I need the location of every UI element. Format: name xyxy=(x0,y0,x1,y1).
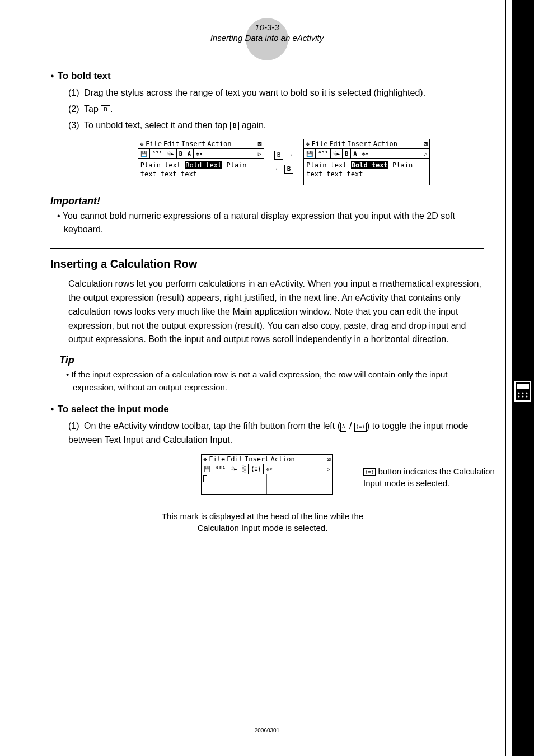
footer-date: 20060301 xyxy=(0,727,534,734)
menu-insert-3: Insert xyxy=(245,455,269,463)
tb-hand-icon-3: ☟► xyxy=(228,464,240,474)
screen-body-1: Plain text Bold text Plain text text tex… xyxy=(138,159,264,184)
annotation-right-text: ⟨≡⟩ button indicates the Calculation Inp… xyxy=(363,465,514,489)
calc-row-para: Calculation rows let you perform calcula… xyxy=(68,277,484,347)
step-3-text: To unbold text, select it and then tap xyxy=(84,120,230,130)
step-3-suffix: again. xyxy=(239,120,266,130)
menu-action-3: Action xyxy=(270,455,294,463)
annotation-right-label: button indicates the Calculation Input m… xyxy=(363,466,495,488)
body-plain-2: Plain text xyxy=(306,161,350,169)
antenna-icon-3: ❖ xyxy=(203,455,207,463)
antenna-icon: ❖ xyxy=(140,140,144,148)
screenshot-center-calc: ❖ File Edit Insert Action ⊠ 💾 ⁰⁵¹ ☟► ▒ ⟨… xyxy=(50,454,484,495)
menu-edit: Edit xyxy=(163,140,180,148)
tb-more-icon-2: ▷ xyxy=(421,149,429,158)
screen-toolbar-2: 💾 ⁰⁵¹ ☟► B A ⬘▾ ▷ xyxy=(304,149,429,159)
screen-menu-2: ❖ File Edit Insert Action ⊠ xyxy=(304,139,429,149)
tb-ruler-icon-2: ⁰⁵¹ xyxy=(316,149,331,158)
calc-mode-icon-annot: ⟨≡⟩ xyxy=(363,468,376,477)
tb-save-icon-2: 💾 xyxy=(304,149,316,158)
heading-select-input: To select the input mode xyxy=(50,404,484,415)
screenshot-row-bold: ❖ File Edit Insert Action ⊠ 💾 ⁰⁵¹ ☟► B A… xyxy=(84,139,484,185)
calc-line-mark-icon xyxy=(203,475,207,482)
menu-action-2: Action xyxy=(373,140,397,148)
calc-right-pane xyxy=(267,474,332,494)
menu-insert: Insert xyxy=(181,140,205,148)
step-2-suffix: . xyxy=(110,104,113,114)
antenna-icon-2: ❖ xyxy=(306,140,310,148)
screenshot-before: ❖ File Edit Insert Action ⊠ 💾 ⁰⁵¹ ☟► B A… xyxy=(138,139,264,185)
step-2-text: Tap xyxy=(84,104,101,114)
close-icon-2: ⊠ xyxy=(424,140,428,148)
tb-misc-icon: ⬘▾ xyxy=(194,149,205,158)
body-bold-2: Bold text xyxy=(351,161,388,169)
select-input-step-1: (1)On the eActivity window toolbar, tap … xyxy=(68,419,484,447)
step-2: (2)Tap B. xyxy=(68,102,484,116)
tb-save-icon: 💾 xyxy=(138,149,150,158)
body-selected-1: Bold text xyxy=(185,161,222,169)
bold-button-thin-icon: B xyxy=(101,105,110,114)
tb-disabled-icon: ▒ xyxy=(240,464,249,474)
arrow-left-icon: ← xyxy=(274,164,282,173)
tb-misc-icon-3: ⬘▾ xyxy=(264,464,275,474)
menu-action: Action xyxy=(207,140,231,148)
menu-edit-2: Edit xyxy=(329,140,345,148)
important-text: You cannot bold numeric expressions of a… xyxy=(57,209,484,237)
svg-point-4 xyxy=(526,393,528,394)
screen-body-calc xyxy=(202,474,332,494)
tb-hand-icon-2: ☟► xyxy=(331,149,343,158)
step1-pre: On the eActivity window toolbar, tap the… xyxy=(84,421,340,431)
svg-point-2 xyxy=(518,393,520,394)
page-title: Inserting Data into an eActivity xyxy=(50,33,484,43)
svg-point-3 xyxy=(522,393,524,394)
svg-point-5 xyxy=(518,396,520,398)
b-thin-center: B xyxy=(274,151,284,160)
screen-toolbar-1: 💾 ⁰⁵¹ ☟► B A ⬘▾ ▷ xyxy=(138,149,264,159)
step-3: (3)To unbold text, select it and then ta… xyxy=(68,119,484,133)
menu-file-3: File xyxy=(209,455,225,463)
close-icon-3: ⊠ xyxy=(327,455,331,463)
tip-heading: Tip xyxy=(59,354,484,366)
bold-button-bold-icon: B xyxy=(230,122,240,130)
menu-edit-3: Edit xyxy=(227,455,243,463)
arrow-right-icon: → xyxy=(285,150,293,159)
close-icon: ⊠ xyxy=(258,140,262,148)
page-header: 10-3-3 Inserting Data into an eActivity xyxy=(50,22,484,43)
screenshot-calc-mode: ❖ File Edit Insert Action ⊠ 💾 ⁰⁵¹ ☟► ▒ ⟨… xyxy=(201,454,333,495)
step-1-text: Drag the stylus across the range of text… xyxy=(84,88,425,97)
menu-file: File xyxy=(146,140,162,148)
screen-toolbar-3: 💾 ⁰⁵¹ ☟► ▒ ⟨≡⟩ ⬘▾ ▷ xyxy=(202,464,332,474)
calc-row-heading: Inserting a Calculation Row xyxy=(50,258,484,270)
svg-point-6 xyxy=(522,396,524,398)
tb-a-icon: A xyxy=(185,149,194,158)
text-mode-icon: A xyxy=(340,423,346,432)
calculator-tab-icon xyxy=(514,381,532,402)
menu-insert-2: Insert xyxy=(347,140,371,148)
tb-ruler-icon: ⁰⁵¹ xyxy=(150,149,165,158)
page-border-right xyxy=(505,0,506,756)
annotation-line-right xyxy=(273,470,362,470)
tb-a-icon-2: A xyxy=(351,149,359,158)
screen-body-2: Plain text Bold text Plain text text tex… xyxy=(304,159,429,184)
tb-save-icon-3: 💾 xyxy=(202,464,213,474)
tb-b-icon: B xyxy=(177,149,185,158)
screen-menu-1: ❖ File Edit Insert Action ⊠ xyxy=(138,139,264,149)
calc-mode-icon: ⟨≡⟩ xyxy=(354,423,367,432)
tip-text: If the input expression of a calculation… xyxy=(66,368,484,394)
heading-bold-text: To bold text xyxy=(50,71,484,82)
important-heading: Important! xyxy=(50,195,484,207)
tb-more-icon: ▷ xyxy=(256,149,264,158)
b-bold-center: B xyxy=(284,165,294,174)
calc-left-pane xyxy=(202,474,267,494)
arrow-column: B → ← B xyxy=(274,148,294,176)
annotation-line-down xyxy=(207,482,207,506)
tb-misc-icon-2: ⬘▾ xyxy=(359,149,371,158)
tb-more-icon-3: ▷ xyxy=(325,464,332,474)
screenshot-after: ❖ File Edit Insert Action ⊠ 💾 ⁰⁵¹ ☟► B A… xyxy=(303,139,430,185)
page-number: 10-3-3 xyxy=(50,22,484,32)
divider xyxy=(50,248,484,249)
step1-mid: / xyxy=(346,421,354,431)
body-plain-1: Plain text xyxy=(140,161,185,169)
menu-file-2: File xyxy=(311,140,327,148)
right-black-sidebar xyxy=(512,0,534,756)
